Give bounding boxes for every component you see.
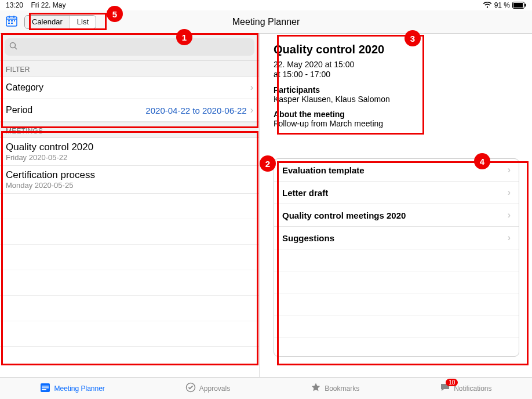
document-row[interactable]: Quality control meetings 2020 › bbox=[274, 204, 519, 227]
about-text: Follow-up from March meeting bbox=[274, 119, 519, 128]
svg-line-13 bbox=[15, 48, 17, 50]
segment-calendar[interactable]: Calendar bbox=[25, 16, 70, 28]
document-row[interactable]: Suggestions › bbox=[274, 227, 519, 249]
svg-rect-16 bbox=[42, 387, 49, 389]
meeting-date: Monday 2020-05-25 bbox=[6, 181, 253, 190]
chat-icon: 10 bbox=[440, 382, 450, 394]
tab-meeting-planner[interactable]: Meeting Planner bbox=[40, 382, 104, 394]
participants-label: Participants bbox=[274, 85, 519, 95]
tab-label: Meeting Planner bbox=[54, 385, 104, 393]
document-row[interactable]: Letter draft › bbox=[274, 182, 519, 204]
svg-rect-8 bbox=[11, 20, 13, 21]
svg-rect-15 bbox=[42, 386, 49, 387]
documents-panel: Evaluation template › Letter draft › Qua… bbox=[274, 158, 519, 357]
search-icon bbox=[9, 42, 17, 52]
page-title: Meeting Planner bbox=[232, 17, 300, 27]
document-label: Suggestions bbox=[282, 233, 334, 243]
battery-icon bbox=[512, 2, 526, 9]
meeting-item[interactable]: Certification process Monday 2020-05-25 bbox=[0, 166, 259, 194]
filter-period-row[interactable]: Period 2020-04-22 to 2020-06-22 › bbox=[0, 99, 259, 122]
filter-period-label: Period bbox=[6, 105, 32, 115]
svg-rect-17 bbox=[42, 389, 46, 390]
segment-list[interactable]: List bbox=[70, 16, 96, 28]
chevron-right-icon: › bbox=[250, 105, 253, 115]
meetings-header: MEETINGS bbox=[0, 122, 259, 138]
tab-label: Notifications bbox=[454, 385, 491, 393]
status-time: 13:20 bbox=[6, 1, 23, 9]
chevron-right-icon: › bbox=[250, 82, 253, 93]
meeting-title: Quality control 2020 bbox=[6, 142, 253, 153]
left-pane: FILTER Category › Period 2020-04-22 to 2… bbox=[0, 34, 260, 377]
svg-rect-1 bbox=[513, 3, 523, 8]
wifi-icon bbox=[483, 2, 492, 9]
calendar-icon[interactable] bbox=[6, 15, 17, 29]
filter-category-label: Category bbox=[6, 82, 43, 93]
chevron-right-icon: › bbox=[508, 210, 511, 220]
chevron-right-icon: › bbox=[508, 165, 511, 175]
tab-bar: Meeting Planner Approvals Bookmarks 10 N… bbox=[0, 377, 532, 399]
checkmark-circle-icon bbox=[185, 382, 196, 394]
right-pane: Quality control 2020 22. May 2020 at 15:… bbox=[260, 34, 532, 377]
meeting-title: Certification process bbox=[6, 169, 253, 181]
svg-point-12 bbox=[10, 43, 16, 48]
svg-rect-10 bbox=[8, 23, 10, 24]
status-date: Fri 22. May bbox=[31, 1, 65, 9]
detail-date: 22. May 2020 at 15:00 bbox=[274, 60, 519, 69]
tab-label: Approvals bbox=[199, 385, 230, 393]
document-label: Evaluation template bbox=[282, 165, 365, 175]
search-input[interactable] bbox=[5, 38, 254, 56]
filter-period-value: 2020-04-22 to 2020-06-22 bbox=[145, 106, 246, 115]
battery-percent: 91 % bbox=[494, 1, 510, 9]
about-label: About the meeting bbox=[274, 110, 519, 119]
notification-badge: 10 bbox=[446, 379, 458, 386]
status-bar: 13:20 Fri 22. May 91 % bbox=[0, 0, 532, 10]
tab-approvals[interactable]: Approvals bbox=[185, 382, 230, 394]
filter-category-row[interactable]: Category › bbox=[0, 77, 259, 99]
tab-label: Bookmarks bbox=[325, 385, 359, 393]
detail-time: at 15:00 - 17:00 bbox=[274, 70, 519, 79]
svg-rect-9 bbox=[14, 20, 15, 21]
nav-bar: Calendar List Meeting Planner bbox=[0, 10, 532, 34]
view-toggle: Calendar List bbox=[24, 15, 96, 29]
participants: Kasper Klausen, Klaus Salomon bbox=[274, 95, 519, 104]
svg-rect-7 bbox=[8, 20, 10, 21]
document-label: Quality control meetings 2020 bbox=[282, 211, 406, 220]
star-icon bbox=[311, 382, 321, 394]
svg-rect-11 bbox=[11, 23, 13, 24]
detail-title: Quality control 2020 bbox=[274, 43, 519, 56]
tab-bookmarks[interactable]: Bookmarks bbox=[311, 382, 359, 394]
document-row[interactable]: Evaluation template › bbox=[274, 159, 519, 182]
svg-rect-2 bbox=[525, 4, 526, 7]
meeting-date: Friday 2020-05-22 bbox=[6, 153, 253, 162]
filter-header: FILTER bbox=[0, 60, 259, 77]
chevron-right-icon: › bbox=[508, 187, 511, 198]
chevron-right-icon: › bbox=[508, 233, 511, 243]
calendar-small-icon bbox=[40, 382, 50, 394]
meeting-item[interactable]: Quality control 2020 Friday 2020-05-22 bbox=[0, 138, 259, 166]
empty-list-area bbox=[0, 194, 259, 377]
document-label: Letter draft bbox=[282, 188, 328, 198]
tab-notifications[interactable]: 10 Notifications bbox=[440, 382, 491, 394]
